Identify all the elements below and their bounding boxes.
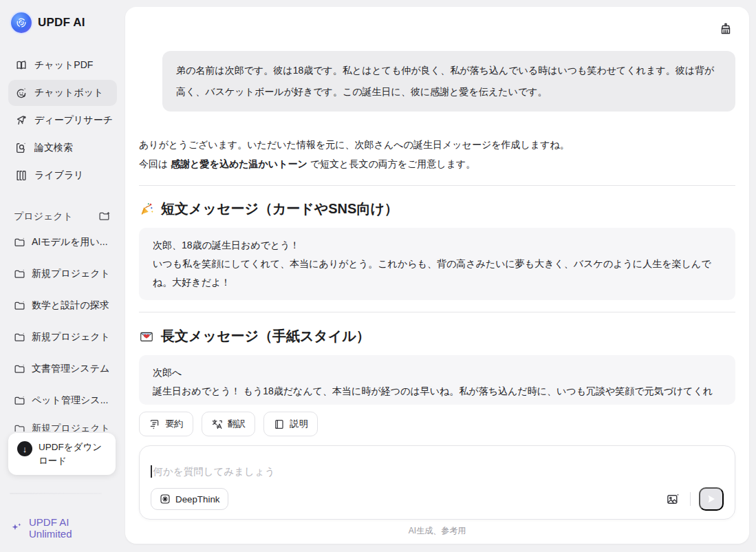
folder-icon bbox=[14, 268, 25, 280]
updf-logo-icon bbox=[11, 12, 32, 33]
tone-highlight: 感謝と愛を込めた温かいトーン bbox=[171, 158, 307, 169]
project-item[interactable]: 新規プロジェクト bbox=[8, 321, 117, 353]
sparkles-icon bbox=[11, 522, 23, 533]
deepthink-icon bbox=[160, 493, 171, 505]
sidebar-item-label: チャットボット bbox=[34, 87, 103, 99]
download-label: UPDFをダウンロード bbox=[39, 440, 107, 467]
input-placeholder: 何かを質問してみましょう bbox=[153, 465, 275, 478]
user-message: 弟の名前は次郎です。彼は18歳です。私とはとても仲が良く、私が落ち込んでいる時は… bbox=[162, 51, 735, 112]
chat-panel: 弟の名前は次郎です。彼は18歳です。私とはとても仲が良く、私が落ち込んでいる時は… bbox=[125, 7, 749, 544]
sidebar-item-deep-research[interactable]: ディープリサーチ bbox=[8, 107, 117, 134]
chat-messages[interactable]: 弟の名前は次郎です。彼は18歳です。私とはとても仲が良く、私が落ち込んでいる時は… bbox=[139, 37, 735, 405]
translate-label: 翻訳 bbox=[228, 418, 246, 430]
love-letter-icon bbox=[139, 328, 154, 343]
app-logo: UPDF AI bbox=[8, 12, 117, 37]
project-label: 数学と設計の探求 bbox=[32, 299, 109, 312]
chat-input[interactable]: 何かを質問してみましょう bbox=[151, 456, 724, 487]
deep-research-icon bbox=[15, 114, 28, 127]
library-icon bbox=[15, 169, 28, 182]
upgrade-label: UPDF AI Unlimited bbox=[29, 516, 114, 540]
long-message-heading: 長文メッセージ（手紙スタイル） bbox=[139, 327, 735, 346]
sidebar-nav: チャットPDF チャットボット bbox=[8, 52, 117, 189]
chat-topbar bbox=[139, 17, 735, 37]
project-item[interactable]: AIモデルを用い... bbox=[8, 226, 117, 258]
projects-header-label: プロジェクト bbox=[14, 211, 73, 223]
long-message-line2: 誕生日おめでとう！ もう18歳だなんて、本当に時が経つのは早いね。私が落ち込んだ… bbox=[153, 382, 722, 405]
new-folder-icon[interactable] bbox=[97, 209, 111, 224]
project-label: 新規プロジェクト bbox=[32, 331, 110, 343]
download-updf-button[interactable]: ↓ UPDFをダウンロード bbox=[8, 433, 116, 475]
redacted-user-info bbox=[10, 493, 102, 494]
translate-icon bbox=[211, 418, 223, 430]
short-message-title: 短文メッセージ（カードやSNS向け） bbox=[161, 200, 398, 218]
short-message-line2: いつも私を笑顔にしてくれて、本当にありがとう。これからも、背の高さみたいに夢も大… bbox=[153, 255, 722, 292]
paper-search-icon bbox=[15, 142, 28, 154]
deepthink-label: DeepThink bbox=[175, 494, 219, 505]
long-message-line1: 次郎へ bbox=[153, 363, 722, 382]
sidebar-item-paper-search[interactable]: 論文検索 bbox=[8, 135, 117, 161]
project-item[interactable]: 数学と設計の探求 bbox=[8, 290, 117, 321]
attach-image-icon[interactable] bbox=[665, 491, 682, 508]
ai-intro-text: ありがとうございます。いただいた情報を元に、次郎さんへの誕生日メッセージを作成し… bbox=[139, 135, 735, 173]
folder-icon bbox=[14, 395, 25, 407]
ai-intro-line1: ありがとうございます。いただいた情報を元に、次郎さんへの誕生日メッセージを作成し… bbox=[139, 135, 735, 154]
long-message-title: 長文メッセージ（手紙スタイル） bbox=[161, 327, 370, 346]
ai-disclaimer: AI生成、参考用 bbox=[139, 520, 735, 540]
sidebar-item-chatbot[interactable]: チャットボット bbox=[8, 80, 117, 106]
sidebar-item-label: 論文検索 bbox=[34, 142, 73, 154]
chat-input-card[interactable]: 何かを質問してみましょう DeepThink bbox=[139, 445, 735, 520]
chat-pdf-icon bbox=[15, 59, 28, 72]
upgrade-unlimited-link[interactable]: UPDF AI Unlimited bbox=[8, 505, 117, 542]
project-item[interactable]: 新規プロジェクト bbox=[8, 258, 117, 290]
party-popper-icon bbox=[139, 202, 154, 217]
translate-button[interactable]: 翻訳 bbox=[202, 412, 256, 436]
project-label: 新規プロジェクト bbox=[32, 423, 110, 432]
folder-icon bbox=[14, 237, 25, 248]
folder-icon bbox=[14, 300, 25, 312]
folder-icon bbox=[14, 423, 25, 432]
send-button[interactable] bbox=[699, 487, 724, 511]
project-item[interactable]: 新規プロジェクト bbox=[8, 416, 117, 432]
short-message-line1: 次郎、18歳の誕生日おめでとう！ bbox=[153, 236, 722, 255]
sidebar-item-label: ディープリサーチ bbox=[34, 114, 113, 127]
sidebar-item-label: ライブラリ bbox=[34, 169, 84, 182]
explain-button[interactable]: 説明 bbox=[263, 412, 318, 436]
sidebar-item-library[interactable]: ライブラリ bbox=[8, 162, 117, 189]
project-label: AIモデルを用い... bbox=[32, 236, 108, 248]
project-label: 新規プロジェクト bbox=[32, 268, 110, 280]
folder-icon bbox=[14, 332, 25, 343]
folder-icon bbox=[14, 363, 25, 375]
explain-label: 説明 bbox=[290, 418, 308, 430]
chatbot-icon bbox=[15, 87, 28, 99]
sidebar-item-label: チャットPDF bbox=[34, 59, 93, 72]
deepthink-toggle[interactable]: DeepThink bbox=[151, 488, 228, 510]
sidebar: UPDF AI チャットPDF bbox=[0, 0, 125, 552]
sidebar-item-chat-pdf[interactable]: チャットPDF bbox=[8, 52, 117, 78]
project-label: ペット管理シス... bbox=[32, 394, 108, 407]
short-message-box: 次郎、18歳の誕生日おめでとう！ いつも私を笑顔にしてくれて、本当にありがとう。… bbox=[139, 228, 735, 300]
summarize-button[interactable]: 要約 bbox=[139, 412, 193, 436]
projects-list: AIモデルを用い... 新規プロジェクト 数学と設計の探求 新規プロジェクト 文… bbox=[8, 226, 117, 432]
summarize-label: 要約 bbox=[165, 418, 184, 430]
download-icon: ↓ bbox=[17, 441, 32, 456]
project-label: 文書管理システム bbox=[32, 363, 109, 375]
toolbar-divider bbox=[690, 492, 691, 506]
input-toolbar: DeepThink bbox=[151, 487, 724, 511]
quick-actions: 要約 翻訳 説明 bbox=[139, 405, 735, 438]
text-caret bbox=[151, 465, 152, 478]
project-item[interactable]: 文書管理システム bbox=[8, 353, 117, 385]
app-title: UPDF AI bbox=[38, 16, 85, 30]
clear-chat-icon[interactable] bbox=[717, 21, 734, 37]
projects-header: プロジェクト bbox=[8, 198, 117, 226]
project-item[interactable]: ペット管理シス... bbox=[8, 385, 117, 416]
explain-icon bbox=[273, 418, 285, 430]
summarize-icon bbox=[149, 418, 160, 430]
long-message-box: 次郎へ 誕生日おめでとう！ もう18歳だなんて、本当に時が経つのは早いね。私が落… bbox=[139, 355, 735, 405]
ai-intro-line2: 今回は 感謝と愛を込めた温かいトーン で短文と長文の両方をご用意します。 bbox=[139, 154, 735, 173]
short-message-heading: 短文メッセージ（カードやSNS向け） bbox=[139, 200, 735, 218]
